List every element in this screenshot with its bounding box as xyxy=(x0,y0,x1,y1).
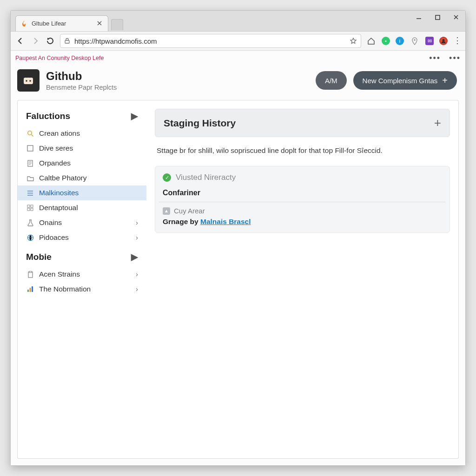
svg-rect-6 xyxy=(24,78,33,84)
page-actions: ••• ••• xyxy=(429,53,461,63)
card-title: Confariner xyxy=(155,189,450,202)
sidebar-item-label: Malkinosites xyxy=(39,189,138,197)
ext-avatar-icon[interactable] xyxy=(439,37,448,45)
card-byline: Grnage by Malnais Brascl xyxy=(163,218,442,226)
svg-rect-20 xyxy=(30,288,31,292)
fire-icon xyxy=(20,20,28,27)
byline-label: Grnage by xyxy=(163,218,198,225)
sidebar-section-label: Faluctions xyxy=(26,111,70,121)
main-header: Staging History + xyxy=(155,109,450,137)
sidebar-item-caltbe-phatory[interactable]: Caltbe Phatory xyxy=(18,171,146,185)
sidebar-item-label: Crean ations xyxy=(39,129,138,138)
page-title: Github xyxy=(46,70,117,83)
search-icon xyxy=(26,129,34,138)
tab-title: Gltube Lifear xyxy=(32,20,93,27)
add-button[interactable]: + xyxy=(434,116,441,130)
chevron-right-icon: › xyxy=(136,271,138,278)
chrome-menu-icon[interactable]: ⋮ xyxy=(453,40,461,42)
sidebar-item-label: Caltbe Phatory xyxy=(39,174,138,182)
titlebar: Gltube Lifear xyxy=(11,11,465,31)
main-description: Sttage br for shlill, wilo sopriscued li… xyxy=(155,137,450,166)
home-icon[interactable] xyxy=(366,36,376,46)
header-small-button[interactable]: A/M xyxy=(316,71,347,90)
card-sub-label: Cuy Arear xyxy=(174,207,205,215)
sidebar-item-label: Dive seres xyxy=(39,144,138,152)
window-close-button[interactable] xyxy=(447,11,465,24)
sidebar-item-label: Onains xyxy=(39,218,131,227)
svg-rect-0 xyxy=(436,15,440,20)
svg-point-2 xyxy=(414,39,416,41)
sidebar-item-the-nobrmation[interactable]: The Nobrmation › xyxy=(18,282,146,297)
maximize-button[interactable] xyxy=(428,11,447,24)
sidebar-item-orpandes[interactable]: Orpandes xyxy=(18,156,146,171)
omnibox[interactable] xyxy=(60,34,361,48)
svg-point-8 xyxy=(29,80,31,82)
ext-green-icon[interactable]: • xyxy=(382,37,390,45)
page-subtitle: Bensmete Papr Replcts xyxy=(46,84,117,91)
back-button[interactable] xyxy=(15,36,26,46)
sidebar-item-onains[interactable]: Onains › xyxy=(18,215,146,230)
chart-icon xyxy=(26,285,34,293)
sidebar-item-dentaptoual[interactable]: Dentaptoual xyxy=(18,200,146,215)
sidebar-item-pidoaces[interactable]: Pidoaces › xyxy=(18,230,146,245)
folder-icon xyxy=(26,174,34,182)
svg-rect-19 xyxy=(27,290,29,292)
ext-purple-icon[interactable]: ✉ xyxy=(425,37,434,45)
sidebar-item-crean-ations[interactable]: Crean ations xyxy=(18,126,146,141)
main-panel: Staging History + Sttage br for shlill, … xyxy=(146,100,459,459)
chevron-right-icon: › xyxy=(136,285,138,293)
svg-rect-15 xyxy=(31,208,33,211)
minimize-button[interactable] xyxy=(410,11,428,24)
chevron-right-icon: ▶ xyxy=(131,251,138,262)
svg-point-9 xyxy=(27,131,31,134)
browser-window: Gltube Lifear xyxy=(10,10,466,466)
lock-icon xyxy=(64,38,71,44)
bookmark-star-icon[interactable] xyxy=(350,37,357,45)
clipboard-icon xyxy=(26,270,34,278)
sidebar-item-malkinosites[interactable]: Malkinosites xyxy=(18,185,146,200)
svg-rect-12 xyxy=(27,205,30,207)
globe-icon xyxy=(26,233,34,242)
plus-icon: + xyxy=(442,75,448,86)
sidebar-section-label: Mobie xyxy=(26,252,52,262)
sidebar-item-acen-strains[interactable]: Acen Strains › xyxy=(18,267,146,282)
list-icon xyxy=(26,189,34,197)
svg-point-7 xyxy=(26,80,27,82)
breadcrumb[interactable]: Paupest An Conunity Deskop Lefe xyxy=(15,55,104,61)
tag-icon: ▲ xyxy=(163,207,170,215)
card-status-text: Viusted Nireracty xyxy=(176,173,236,182)
sidebar-section-faluctions[interactable]: Faluctions ▶ xyxy=(18,108,146,126)
svg-rect-14 xyxy=(27,208,30,211)
new-tab-button[interactable] xyxy=(111,19,123,30)
more-icon[interactable]: ••• xyxy=(429,53,441,63)
forward-button[interactable] xyxy=(30,36,40,46)
check-icon: ✓ xyxy=(163,173,171,182)
doc-icon xyxy=(26,159,34,167)
location-pin-icon[interactable] xyxy=(410,36,420,46)
reload-button[interactable] xyxy=(45,36,55,46)
avatar xyxy=(17,69,40,92)
svg-rect-10 xyxy=(27,145,33,151)
ext-blue-icon[interactable]: i xyxy=(396,37,404,45)
close-icon[interactable] xyxy=(97,20,103,27)
sidebar-item-label: Dentaptoual xyxy=(39,204,138,212)
svg-rect-18 xyxy=(29,271,32,272)
extension-icons: • i ✉ ⋮ xyxy=(366,36,461,46)
address-bar: • i ✉ ⋮ xyxy=(11,31,465,51)
grid-icon xyxy=(26,204,34,212)
sidebar-section-mobie[interactable]: Mobie ▶ xyxy=(18,245,146,267)
byline-link[interactable]: Malnais Brascl xyxy=(200,218,251,225)
more-icon-2[interactable]: ••• xyxy=(449,53,461,63)
card-status-row: ✓ Viusted Nireracty xyxy=(155,168,450,187)
url-input[interactable] xyxy=(74,37,346,45)
page-content: Paupest An Conunity Deskop Lefe ••• ••• … xyxy=(11,51,465,465)
sidebar-item-label: Pidoaces xyxy=(39,233,131,242)
window-controls xyxy=(410,11,465,24)
page-header: Github Bensmete Papr Replcts A/M New Com… xyxy=(11,66,465,100)
sidebar-item-dive-seres[interactable]: Dive seres xyxy=(18,141,146,156)
browser-tab[interactable]: Gltube Lifear xyxy=(15,15,108,31)
content-row: Faluctions ▶ Crean ations Dive seres Orp… xyxy=(11,100,465,465)
new-item-button[interactable]: New Complenism Gntas + xyxy=(353,71,457,90)
sidebar-item-label: Acen Strains xyxy=(39,270,131,278)
svg-rect-21 xyxy=(32,286,33,292)
